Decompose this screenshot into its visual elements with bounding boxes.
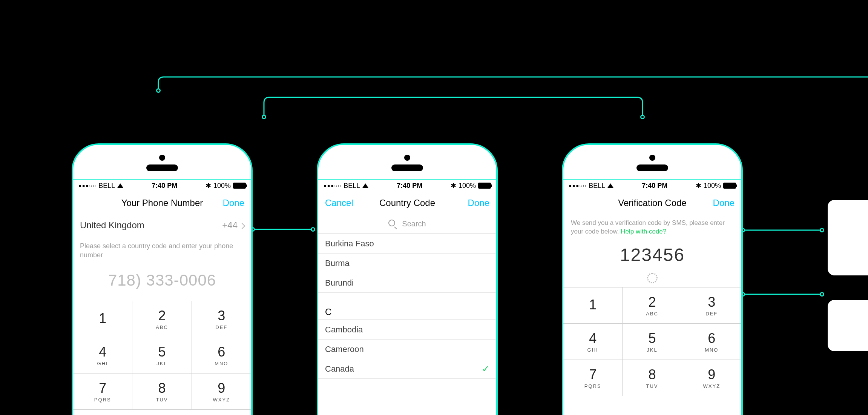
loading-spinner-icon — [647, 273, 658, 283]
key-letters: WXYZ — [213, 397, 230, 403]
key-digit: 9 — [708, 367, 715, 383]
status-bar: ●●●○○ BELL 7:40 PM ✱ 100% — [563, 179, 741, 192]
key-letters: ABC — [646, 311, 658, 317]
bluetooth-icon: ✱ — [205, 181, 211, 190]
alert-code-not-received: Don't rec Please, ch number a Reenter P — [828, 200, 868, 275]
country-item[interactable]: Burundi — [318, 273, 496, 293]
country-item[interactable]: Cameroon — [318, 340, 496, 359]
done-button[interactable]: Done — [701, 198, 735, 208]
key-letters: GHI — [97, 361, 108, 366]
key-digit: 7 — [99, 380, 106, 396]
clock-label: 7:40 PM — [642, 182, 667, 190]
cancel-button[interactable]: Cancel — [325, 198, 359, 208]
keypad-key-6[interactable]: 6MNO — [192, 337, 251, 374]
verification-code-input[interactable]: 123456 — [563, 238, 741, 267]
key-digit: 3 — [708, 294, 715, 310]
phone-verification: ●●●○○ BELL 7:40 PM ✱ 100% Verification C… — [562, 143, 743, 415]
phone-number-input[interactable]: 718) 333-0006 — [73, 268, 251, 301]
country-name-label: Burundi — [325, 278, 354, 288]
help-link[interactable]: Help with code? — [621, 228, 666, 235]
keypad-key-1[interactable]: 1 — [73, 301, 132, 337]
alert-success: Congratulatio is ok. So, you name an — [828, 300, 868, 351]
country-item[interactable]: Canada✓ — [318, 359, 496, 379]
country-name-label: Cambodia — [325, 325, 363, 335]
nav-bar: Cancel Country Code Done — [318, 192, 496, 214]
key-digit: 2 — [648, 294, 656, 310]
keypad-key-2[interactable]: 2ABC — [132, 301, 192, 337]
key-letters: GHI — [587, 347, 598, 353]
key-digit: 5 — [158, 344, 166, 360]
clock-label: 7:40 PM — [152, 182, 177, 190]
key-digit: 2 — [158, 308, 166, 324]
nav-title: Your Phone Number — [121, 198, 203, 208]
key-letters: JKL — [647, 347, 657, 353]
keypad-key-9[interactable]: 9WXYZ — [192, 374, 251, 410]
keypad-key-3[interactable]: 3DEF — [682, 287, 741, 324]
keypad-key-9[interactable]: 9WXYZ — [682, 360, 741, 396]
battery-icon — [233, 183, 246, 189]
signal-dots-icon: ●●●○○ — [324, 183, 341, 189]
battery-icon — [723, 183, 736, 189]
key-letters: JKL — [156, 361, 167, 366]
battery-pct-label: 100% — [213, 182, 231, 190]
done-button[interactable]: Done — [210, 198, 244, 208]
keypad-key-2[interactable]: 2ABC — [623, 287, 682, 324]
nav-title: Verification Code — [618, 198, 686, 208]
country-name-label: Burma — [325, 258, 350, 268]
key-letters: TUV — [156, 397, 168, 403]
chevron-right-icon — [240, 220, 244, 231]
done-button[interactable]: Done — [455, 198, 489, 208]
wifi-icon — [117, 182, 123, 190]
key-letters: MNO — [705, 347, 718, 353]
signal-dots-icon: ●●●○○ — [569, 183, 586, 189]
wifi-icon — [607, 182, 613, 190]
keypad-key-8[interactable]: 8TUV — [132, 374, 192, 410]
country-item[interactable]: Cambodia — [318, 320, 496, 340]
search-field[interactable]: Search — [318, 214, 496, 234]
keypad-key-5[interactable]: 5JKL — [623, 324, 682, 360]
keypad-key-8[interactable]: 8TUV — [623, 360, 682, 396]
battery-icon — [478, 183, 491, 189]
status-bar: ●●●○○ BELL 7:40 PM ✱ 100% — [318, 179, 496, 192]
alert-text-line: name an — [837, 332, 868, 343]
keypad-key-4[interactable]: 4GHI — [73, 337, 132, 374]
country-selector-row[interactable]: United Kingdom +44 — [73, 214, 251, 236]
keypad-key-3[interactable]: 3DEF — [192, 301, 251, 337]
country-item[interactable]: Burma — [318, 254, 496, 273]
nav-bar: Verification Code Done — [563, 192, 741, 214]
key-digit: 1 — [99, 310, 106, 326]
carrier-label: BELL — [98, 182, 115, 190]
search-placeholder: Search — [402, 220, 426, 228]
keypad-key-4[interactable]: 4GHI — [563, 324, 623, 360]
search-icon — [388, 220, 398, 228]
key-letters: PQRS — [94, 397, 111, 403]
keypad-key-1[interactable]: 1 — [563, 287, 623, 324]
key-digit: 8 — [648, 367, 656, 383]
key-digit: 8 — [158, 380, 166, 396]
keypad-key-7[interactable]: 7PQRS — [563, 360, 623, 396]
alert-text-line: is ok. So, you — [837, 320, 868, 332]
key-letters: DEF — [215, 324, 227, 330]
nav-bar: Your Phone Number Done — [73, 192, 251, 214]
status-bar: ●●●○○ BELL 7:40 PM ✱ 100% — [73, 179, 251, 192]
key-digit: 6 — [218, 344, 225, 360]
keypad-key-5[interactable]: 5JKL — [132, 337, 192, 374]
key-letters: ABC — [156, 324, 168, 330]
key-digit: 3 — [218, 308, 225, 324]
key-digit: 1 — [589, 297, 597, 313]
bluetooth-icon: ✱ — [451, 181, 456, 190]
wifi-icon — [362, 182, 368, 190]
nav-title: Country Code — [379, 198, 435, 208]
device-earpiece — [73, 145, 251, 179]
battery-pct-label: 100% — [704, 182, 721, 190]
key-digit: 5 — [648, 330, 656, 346]
key-letters: TUV — [646, 383, 658, 389]
country-item[interactable]: Burkina Faso — [318, 234, 496, 254]
signal-dots-icon: ●●●○○ — [78, 183, 96, 189]
checkmark-icon: ✓ — [482, 364, 489, 374]
keypad-key-7[interactable]: 7PQRS — [73, 374, 132, 410]
country-name-label: Burkina Faso — [325, 239, 374, 249]
reenter-phone-button[interactable]: Reenter P — [837, 250, 868, 267]
keypad-key-6[interactable]: 6MNO — [682, 324, 741, 360]
key-digit: 9 — [218, 380, 225, 396]
